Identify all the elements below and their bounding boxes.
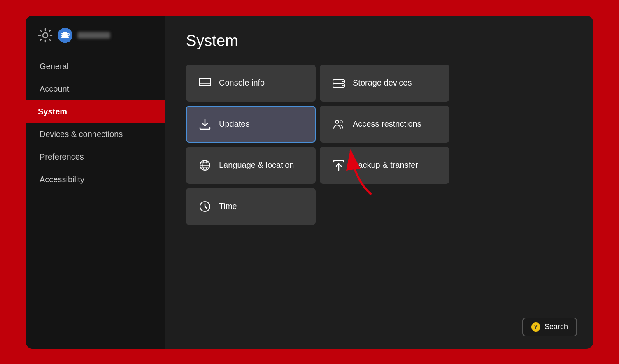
sidebar-item-devices[interactable]: Devices & connections — [26, 123, 165, 146]
language-location-item[interactable]: Language & location — [186, 147, 316, 184]
time-item[interactable]: Time — [186, 188, 316, 225]
monitor-icon — [198, 77, 212, 90]
main-content: System Console info — [165, 16, 593, 349]
search-button[interactable]: Y Search — [522, 318, 577, 336]
sidebar-item-system[interactable]: System — [26, 100, 165, 123]
access-restrictions-label: Access restrictions — [353, 119, 421, 129]
svg-rect-2 — [61, 33, 63, 36]
sidebar-item-preferences[interactable]: Preferences — [26, 146, 165, 168]
globe-icon — [198, 159, 212, 172]
storage-devices-label: Storage devices — [353, 78, 412, 88]
username — [77, 32, 110, 39]
svg-point-10 — [335, 120, 339, 123]
sidebar-header — [26, 28, 165, 55]
search-label: Search — [545, 322, 568, 331]
access-restrictions-item[interactable]: Access restrictions — [320, 106, 449, 143]
sidebar-item-account[interactable]: Account — [26, 78, 165, 100]
backup-transfer-item[interactable]: Backup & transfer — [320, 147, 449, 184]
language-location-label: Language & location — [219, 160, 294, 170]
avatar — [58, 28, 72, 43]
gear-icon — [38, 28, 53, 43]
download-icon — [198, 118, 212, 131]
sidebar: General Account System Devices & connect… — [26, 16, 165, 349]
updates-item[interactable]: Updates — [186, 106, 316, 143]
svg-point-11 — [340, 121, 342, 123]
console-info-item[interactable]: Console info — [186, 65, 316, 102]
upload-icon — [332, 159, 345, 172]
people-icon — [332, 118, 345, 131]
console-info-label: Console info — [219, 78, 265, 88]
backup-transfer-label: Backup & transfer — [353, 160, 418, 170]
page-title: System — [186, 32, 573, 50]
sidebar-item-general[interactable]: General — [26, 55, 165, 78]
time-label: Time — [219, 202, 237, 211]
settings-grid: Console info Storage devices — [186, 65, 449, 225]
svg-rect-3 — [67, 33, 69, 36]
svg-point-9 — [342, 85, 344, 86]
svg-point-8 — [342, 81, 344, 82]
storage-icon — [332, 77, 345, 90]
updates-label: Updates — [219, 119, 250, 129]
sidebar-item-accessibility[interactable]: Accessibility — [26, 168, 165, 191]
clock-icon — [198, 200, 212, 213]
svg-rect-4 — [199, 78, 211, 86]
storage-devices-item[interactable]: Storage devices — [320, 65, 449, 102]
y-button-icon: Y — [531, 322, 540, 332]
